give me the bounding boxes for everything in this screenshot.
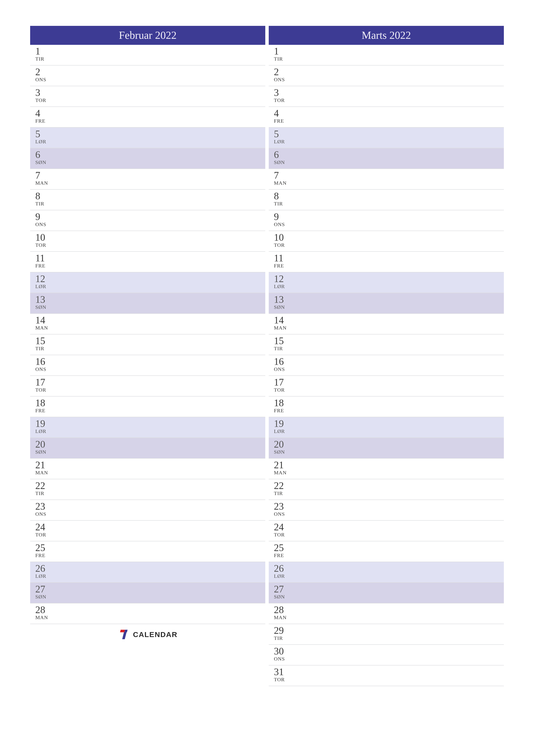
day-row: 14MAN	[269, 314, 504, 335]
day-number: 25	[274, 543, 499, 553]
day-number: 2	[35, 67, 261, 77]
day-number: 13	[274, 294, 499, 305]
day-number: 18	[274, 398, 499, 408]
day-number: 16	[35, 357, 261, 367]
day-of-week: TOR	[35, 387, 261, 393]
day-row: 30ONS	[269, 645, 504, 665]
day-number: 5	[274, 129, 499, 139]
day-number: 15	[35, 336, 261, 346]
day-of-week: LØR	[35, 573, 261, 579]
day-number: 6	[35, 149, 261, 160]
day-of-week: ONS	[35, 77, 261, 83]
day-number: 1	[35, 46, 261, 56]
day-row: 22TIR	[30, 479, 265, 500]
calendar-page: Februar 20221TIR2ONS3TOR4FRE5LØR6SØN7MAN…	[0, 0, 534, 686]
day-number: 7	[274, 170, 499, 180]
day-row: 12LØR	[30, 272, 265, 293]
day-row: 13SØN	[269, 293, 504, 314]
day-row: 18FRE	[30, 396, 265, 417]
day-row: 1TIR	[269, 45, 504, 66]
day-number: 24	[35, 522, 261, 532]
day-number: 5	[35, 129, 261, 139]
day-of-week: ONS	[274, 366, 499, 372]
day-of-week: TOR	[274, 387, 499, 393]
day-row: 3TOR	[30, 86, 265, 107]
day-row: 4FRE	[30, 107, 265, 127]
day-number: 19	[274, 418, 499, 429]
day-row: 7MAN	[269, 169, 504, 190]
day-row: 19LØR	[269, 417, 504, 438]
day-number: 15	[274, 336, 499, 346]
day-row: 16ONS	[30, 355, 265, 376]
month-header: Marts 2022	[269, 26, 504, 45]
day-of-week: FRE	[35, 553, 261, 558]
day-row: 2ONS	[30, 66, 265, 86]
day-number: 6	[274, 149, 499, 160]
day-number: 4	[274, 108, 499, 119]
day-row: 1TIR	[30, 45, 265, 66]
day-number: 20	[274, 439, 499, 449]
day-number: 12	[35, 274, 261, 284]
day-of-week: MAN	[274, 180, 499, 186]
day-number: 3	[274, 88, 499, 98]
day-of-week: TOR	[35, 97, 261, 103]
day-of-week: MAN	[274, 470, 499, 475]
day-row: 13SØN	[30, 293, 265, 314]
day-row: 17TOR	[30, 376, 265, 396]
day-row: 2ONS	[269, 66, 504, 86]
day-of-week: FRE	[35, 263, 261, 269]
day-of-week: SØN	[274, 159, 499, 165]
day-row: 8TIR	[30, 190, 265, 210]
day-of-week: FRE	[35, 408, 261, 414]
day-of-week: LØR	[35, 284, 261, 289]
day-row: 6SØN	[269, 148, 504, 169]
day-of-week: TIR	[274, 491, 499, 496]
day-of-week: LØR	[274, 139, 499, 145]
day-row: 15TIR	[30, 335, 265, 355]
day-row: 20SØN	[269, 438, 504, 459]
day-of-week: FRE	[274, 118, 499, 124]
day-row: 28MAN	[269, 604, 504, 624]
day-number: 9	[35, 212, 261, 222]
day-number: 29	[274, 625, 499, 636]
day-number: 27	[35, 584, 261, 594]
day-row: 27SØN	[269, 583, 504, 604]
day-of-week: TIR	[35, 346, 261, 351]
month-column: Marts 20221TIR2ONS3TOR4FRE5LØR6SØN7MAN8T…	[269, 26, 504, 686]
day-number: 26	[274, 563, 499, 574]
day-row: 4FRE	[269, 107, 504, 127]
day-of-week: LØR	[274, 428, 499, 434]
day-row: 5LØR	[30, 127, 265, 148]
day-number: 27	[274, 584, 499, 594]
day-number: 16	[274, 357, 499, 367]
day-of-week: LØR	[274, 284, 499, 289]
day-of-week: TOR	[274, 677, 499, 683]
day-number: 4	[35, 108, 261, 119]
day-row: 24TOR	[30, 521, 265, 541]
day-row: 21MAN	[30, 459, 265, 479]
day-row: 11FRE	[269, 252, 504, 272]
day-of-week: MAN	[35, 615, 261, 620]
day-row: 23ONS	[269, 500, 504, 521]
day-of-week: ONS	[274, 511, 499, 517]
day-number: 10	[274, 232, 499, 243]
day-of-week: TOR	[35, 532, 261, 538]
day-of-week: TIR	[35, 491, 261, 496]
day-number: 23	[35, 501, 261, 512]
day-number: 22	[35, 481, 261, 491]
day-number: 20	[35, 439, 261, 449]
day-number: 18	[35, 398, 261, 408]
day-row: 11FRE	[30, 252, 265, 272]
brand-logo: CALENDAR	[30, 624, 265, 645]
day-of-week: ONS	[35, 222, 261, 228]
day-of-week: SØN	[35, 304, 261, 310]
day-row: 17TOR	[269, 376, 504, 396]
day-of-week: TOR	[35, 242, 261, 248]
day-number: 17	[274, 377, 499, 388]
day-row: 5LØR	[269, 127, 504, 148]
month-columns: Februar 20221TIR2ONS3TOR4FRE5LØR6SØN7MAN…	[30, 26, 504, 686]
day-row: 29TIR	[269, 624, 504, 645]
day-of-week: MAN	[35, 180, 261, 186]
day-of-week: SØN	[35, 159, 261, 165]
day-row: 23ONS	[30, 500, 265, 521]
